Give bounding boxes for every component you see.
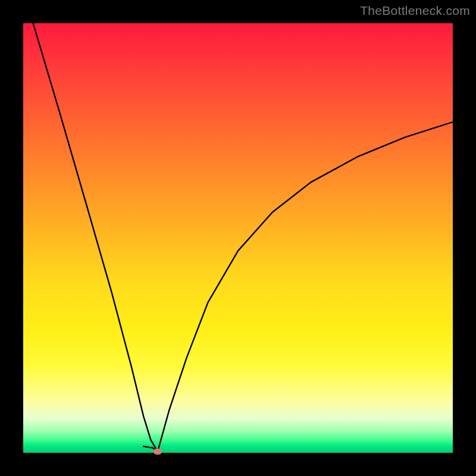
bottleneck-marker <box>154 449 162 455</box>
watermark-text: TheBottleneck.com <box>360 4 470 18</box>
plot-area <box>23 23 453 453</box>
chart-frame: TheBottleneck.com <box>0 0 476 476</box>
curve-right-branch <box>158 122 453 452</box>
curve-left-branch <box>33 23 158 452</box>
curve-svg <box>23 23 453 453</box>
